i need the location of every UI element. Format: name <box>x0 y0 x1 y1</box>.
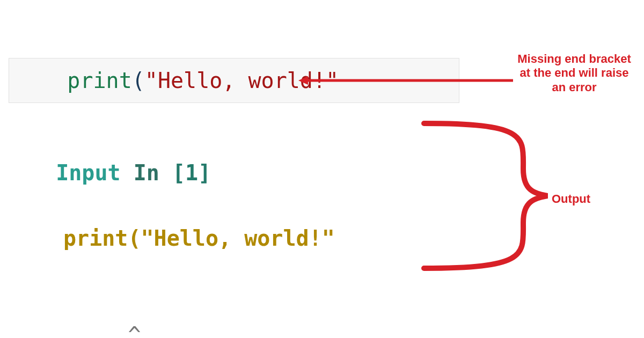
caret-icon: ^ <box>128 322 141 338</box>
annotation-missing-bracket: Missing end bracket at the end will rais… <box>515 52 633 94</box>
code-line: print("Hello, world!" <box>16 43 339 117</box>
out-echoed-code: print("Hello, world!" <box>30 219 457 254</box>
output-block: Input In [1] print("Hello, world!" print… <box>30 126 457 338</box>
out-bracket-close: ] <box>198 160 211 185</box>
out-in-label: In <box>134 160 172 185</box>
output-header: Input In [1] <box>56 160 211 185</box>
out-index: 1 <box>185 160 198 185</box>
svg-marker-1 <box>298 76 308 85</box>
arrow-icon <box>298 75 513 86</box>
out-bracket-open: [ <box>172 160 185 185</box>
token-open-paren: ( <box>132 68 145 93</box>
out-input-label: Input <box>56 160 134 185</box>
token-function: print <box>67 68 131 93</box>
annotation-output: Output <box>552 192 616 206</box>
out-caret-line: print^ <box>30 316 457 338</box>
curly-brace-icon <box>421 121 550 271</box>
